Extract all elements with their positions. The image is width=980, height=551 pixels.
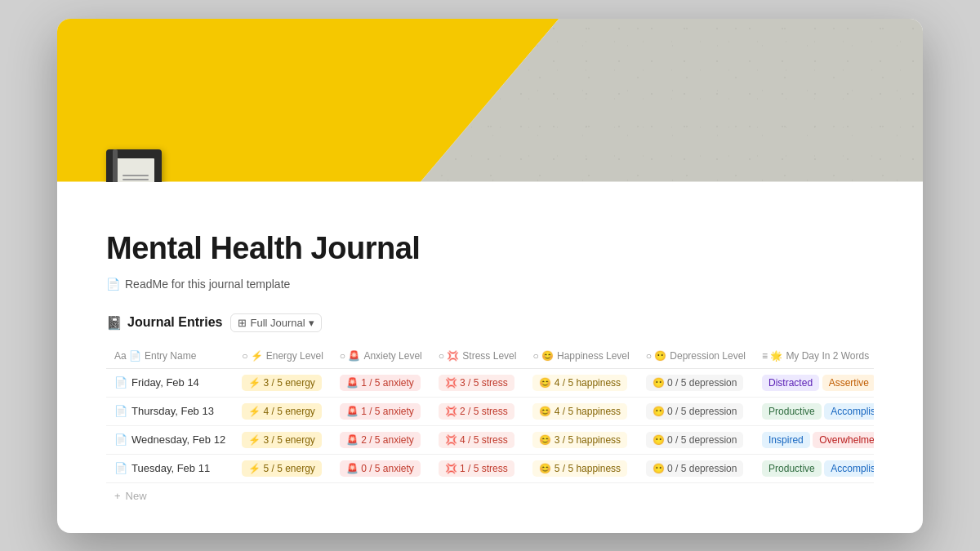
th-words: ≡ 🌟 My Day In 2 Words	[754, 344, 874, 369]
energy-tag: ⚡ 3 / 5 energy	[242, 432, 322, 448]
th-energy: ○ ⚡ Energy Level	[234, 344, 332, 369]
notebook-inner	[117, 158, 154, 182]
stress-cell: 💢 3 / 5 stress	[430, 368, 525, 397]
th-anxiety: ○ 🚨 Anxiety Level	[332, 344, 430, 369]
day-word-tag: Assertive	[822, 375, 874, 391]
entry-page-icon: 📄	[114, 433, 127, 446]
th-depression: ○ 😶 Depression Level	[638, 344, 754, 369]
th-entry-icon: Aa 📄	[114, 350, 141, 362]
chevron-down-icon: ▾	[309, 317, 314, 329]
notebook-line-2	[122, 179, 149, 180]
page-title: Mental Health Journal	[106, 231, 874, 266]
day-word-tag: Productive	[762, 460, 822, 477]
table-row[interactable]: 📄Thursday, Feb 13⚡ 4 / 5 energy🚨 1 / 5 a…	[106, 397, 874, 425]
app-window: Mental Health Journal 📄 ReadMe for this …	[57, 19, 923, 533]
entry-name-text: Wednesday, Feb 12	[131, 433, 225, 446]
energy-tag: ⚡ 3 / 5 energy	[242, 375, 322, 391]
readme-link[interactable]: 📄 ReadMe for this journal template	[106, 278, 874, 291]
stress-tag: 💢 4 / 5 stress	[439, 432, 514, 448]
stress-tag: 💢 3 / 5 stress	[439, 375, 514, 391]
depression-tag: 😶 0 / 5 depression	[646, 375, 744, 391]
entry-name-cell: 📄Tuesday, Feb 11	[106, 454, 234, 482]
view-toggle-label: Full Journal	[250, 317, 305, 329]
energy-cell: ⚡ 4 / 5 energy	[234, 397, 332, 425]
anxiety-tag: 🚨 2 / 5 anxiety	[340, 432, 421, 448]
entry-name-cell: 📄Thursday, Feb 13	[106, 397, 234, 425]
th-energy-label: Energy Level	[266, 350, 323, 362]
table-body: 📄Friday, Feb 14⚡ 3 / 5 energy🚨 1 / 5 anx…	[106, 368, 874, 482]
view-toggle-icon: ⊞	[238, 317, 247, 329]
entry-page-icon: 📄	[114, 405, 127, 417]
section-title: 📓 Journal Entries	[106, 315, 222, 331]
anxiety-cell: 🚨 2 / 5 anxiety	[332, 425, 430, 454]
section-title-text: Journal Entries	[127, 315, 222, 330]
happiness-cell: 😊 5 / 5 happiness	[524, 454, 637, 482]
table-row[interactable]: 📄Tuesday, Feb 11⚡ 5 / 5 energy🚨 0 / 5 an…	[106, 454, 874, 482]
table-header: Aa 📄 Entry Name ○ ⚡ Energy Level	[106, 344, 874, 369]
readme-icon: 📄	[106, 278, 120, 291]
happiness-tag: 😊 3 / 5 happiness	[532, 432, 627, 448]
energy-tag: ⚡ 5 / 5 energy	[242, 460, 322, 477]
energy-cell: ⚡ 3 / 5 energy	[234, 425, 332, 454]
entry-name-cell: 📄Wednesday, Feb 12	[106, 425, 234, 454]
th-stress: ○ 💢 Stress Level	[430, 344, 525, 369]
new-row-button[interactable]: + New	[106, 483, 874, 509]
day-word-tag: Distracted	[762, 375, 819, 391]
th-happiness-icon: ○ 😊	[532, 350, 554, 362]
depression-cell: 😶 0 / 5 depression	[638, 397, 754, 425]
depression-tag: 😶 0 / 5 depression	[646, 432, 744, 448]
journal-table-wrapper: Aa 📄 Entry Name ○ ⚡ Energy Level	[106, 344, 874, 509]
stress-tag: 💢 1 / 5 stress	[439, 460, 514, 477]
happiness-cell: 😊 4 / 5 happiness	[524, 397, 637, 425]
table-header-row: Aa 📄 Entry Name ○ ⚡ Energy Level	[106, 344, 874, 369]
entry-name-text: Thursday, Feb 13	[131, 405, 214, 417]
page-icon-area	[106, 149, 162, 182]
new-row-plus-icon: +	[114, 490, 121, 502]
stress-cell: 💢 2 / 5 stress	[430, 397, 525, 425]
stress-tag: 💢 2 / 5 stress	[439, 403, 514, 420]
table-row[interactable]: 📄Friday, Feb 14⚡ 3 / 5 energy🚨 1 / 5 anx…	[106, 368, 874, 397]
energy-cell: ⚡ 5 / 5 energy	[234, 454, 332, 482]
stress-cell: 💢 1 / 5 stress	[430, 454, 525, 482]
day-word-tag: Inspired	[762, 432, 810, 448]
table-row[interactable]: 📄Wednesday, Feb 12⚡ 3 / 5 energy🚨 2 / 5 …	[106, 425, 874, 454]
th-words-icon: ≡ 🌟	[762, 350, 782, 362]
day-word-tag: Accomplished	[824, 460, 874, 477]
happiness-cell: 😊 3 / 5 happiness	[524, 425, 637, 454]
happiness-tag: 😊 4 / 5 happiness	[532, 403, 627, 420]
day-word-tag: Productive	[762, 403, 822, 420]
cover-image	[57, 19, 923, 182]
section-header: 📓 Journal Entries ⊞ Full Journal ▾	[106, 313, 874, 332]
depression-cell: 😶 0 / 5 depression	[638, 454, 754, 482]
anxiety-cell: 🚨 1 / 5 anxiety	[332, 397, 430, 425]
day-word-tag: Overwhelmed	[813, 432, 874, 448]
anxiety-tag: 🚨 1 / 5 anxiety	[340, 375, 421, 391]
notebook-line-1	[122, 175, 149, 176]
anxiety-tag: 🚨 1 / 5 anxiety	[340, 403, 421, 420]
stress-cell: 💢 4 / 5 stress	[430, 425, 525, 454]
th-entry-name: Aa 📄 Entry Name	[106, 344, 234, 369]
readme-text: ReadMe for this journal template	[125, 278, 290, 291]
anxiety-cell: 🚨 0 / 5 anxiety	[332, 454, 430, 482]
day-word-tag: Accomplished	[824, 403, 874, 420]
depression-tag: 😶 0 / 5 depression	[646, 460, 744, 477]
happiness-cell: 😊 4 / 5 happiness	[524, 368, 637, 397]
words-cell: Distracted Assertive	[754, 368, 874, 397]
th-happiness: ○ 😊 Happiness Level	[524, 344, 637, 369]
journal-table: Aa 📄 Entry Name ○ ⚡ Energy Level	[106, 344, 874, 483]
entry-name-text: Friday, Feb 14	[131, 376, 199, 389]
th-depression-icon: ○ 😶	[646, 350, 667, 362]
entry-page-icon: 📄	[114, 462, 127, 474]
th-words-label: My Day In 2 Words	[786, 350, 869, 362]
th-stress-label: Stress Level	[462, 350, 516, 362]
view-toggle[interactable]: ⊞ Full Journal ▾	[230, 313, 321, 332]
entry-name-cell: 📄Friday, Feb 14	[106, 368, 234, 397]
words-cell: Productive Accomplished	[754, 397, 874, 425]
section-title-icon: 📓	[106, 315, 122, 331]
th-stress-icon: ○ 💢	[439, 350, 460, 362]
energy-cell: ⚡ 3 / 5 energy	[234, 368, 332, 397]
words-cell: Inspired Overwhelmed	[754, 425, 874, 454]
th-happiness-label: Happiness Level	[557, 350, 630, 362]
anxiety-cell: 🚨 1 / 5 anxiety	[332, 368, 430, 397]
entry-page-icon: 📄	[114, 376, 127, 389]
